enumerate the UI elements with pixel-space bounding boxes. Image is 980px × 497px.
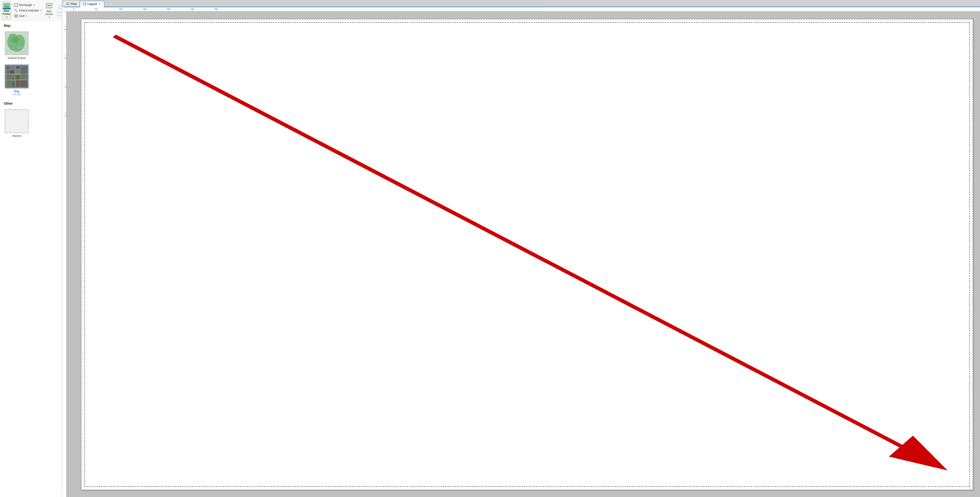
map-option[interactable]: Map 1:8,203 [4, 64, 30, 97]
svg-rect-35 [16, 80, 27, 87]
map-selection-panel: Map Default Extent [0, 21, 62, 497]
svg-text:300: 300 [215, 8, 218, 10]
svg-text:200: 200 [65, 28, 67, 30]
svg-text:50: 50 [65, 114, 67, 116]
svg-rect-8 [14, 14, 18, 18]
svg-point-20 [17, 45, 22, 49]
map-series-icon [45, 3, 53, 9]
map-canvas-area[interactable]: 0 50 100 150 200 250 300 [62, 7, 980, 497]
none-thumb [5, 109, 29, 133]
none-label: <None> [12, 134, 22, 138]
extent-indicator-button[interactable]: Extent Indicator ▾ [13, 8, 43, 13]
svg-rect-28 [16, 69, 19, 74]
ruler-left: 200 150 100 50 [62, 7, 67, 497]
svg-text:0: 0 [73, 7, 74, 10]
tab-map-label: Map [71, 2, 77, 5]
svg-line-99 [114, 36, 940, 466]
map-section-label: Map [4, 24, 58, 27]
other-section: Other <None> [4, 102, 58, 139]
svg-rect-23 [11, 66, 15, 70]
svg-marker-7 [15, 10, 17, 11]
svg-text:250: 250 [191, 8, 194, 10]
left-panel: MapFrame ▾ Rectangle ▾ Extent Indicato [0, 0, 62, 497]
map-series-label: MapSeries ▾ [45, 10, 53, 18]
tab-bar: Map Layout ✕ [62, 0, 980, 7]
other-section-label: Other [4, 102, 58, 105]
svg-text:200: 200 [167, 8, 170, 10]
red-diagonal-arrow [85, 23, 969, 486]
extent-indicator-label: Extent Indicator [19, 9, 39, 12]
tab-layout[interactable]: Layout ✕ [80, 1, 104, 7]
extent-indicator-chevron: ▾ [41, 9, 42, 12]
other-options-grid: <None> [4, 108, 58, 139]
map-options-grid: Default Extent [4, 30, 58, 97]
ruler-top: 0 50 100 150 200 250 300 [67, 7, 980, 11]
map-aerial-thumb [5, 65, 29, 88]
ruler-left-svg: 200 150 100 50 [62, 7, 67, 497]
default-extent-thumb [5, 31, 29, 55]
grid-label: Grid [19, 14, 25, 18]
layout-frame [84, 22, 970, 487]
map-option-sublabel: 1:8,203 [13, 93, 21, 96]
none-option[interactable]: <None> [4, 108, 30, 139]
svg-text:150: 150 [65, 57, 67, 59]
svg-text:50: 50 [95, 8, 97, 10]
insert-tools-group: Rectangle ▾ Extent Indicator ▾ [13, 3, 43, 18]
svg-rect-32 [21, 74, 27, 80]
svg-rect-25 [21, 66, 27, 70]
rectangle-label: Rectangle [19, 3, 32, 7]
default-extent-option[interactable]: Default Extent [4, 30, 30, 61]
grid-chevron: ▾ [26, 15, 27, 17]
svg-point-3 [5, 4, 6, 5]
rectangle-button[interactable]: Rectangle ▾ [13, 3, 43, 7]
toolbar-row-1: MapFrame ▾ Rectangle ▾ Extent Indicato [2, 2, 60, 19]
svg-rect-24 [16, 66, 20, 68]
svg-rect-22 [6, 66, 10, 69]
map-frame-icon [3, 3, 11, 9]
svg-rect-33 [6, 81, 11, 87]
svg-rect-26 [6, 70, 9, 74]
default-extent-label: Default Extent [8, 56, 25, 60]
map-frame-label: MapFrame ▾ [3, 9, 11, 19]
map-option-label: Map [14, 89, 19, 93]
layout-tab-icon [83, 2, 86, 6]
grid-button[interactable]: Grid ▾ [13, 14, 43, 18]
ruler-top-svg: 0 50 100 150 200 250 300 [67, 7, 980, 11]
svg-rect-5 [14, 3, 18, 6]
svg-rect-31 [15, 75, 20, 80]
svg-rect-27 [10, 70, 15, 73]
svg-text:100: 100 [119, 8, 123, 10]
svg-text:150: 150 [143, 8, 146, 10]
svg-rect-29 [20, 71, 27, 74]
map-series-button[interactable]: MapSeries ▾ [45, 2, 53, 19]
layout-page [81, 19, 973, 490]
tab-layout-close[interactable]: ✕ [98, 2, 101, 5]
right-panel: Map Layout ✕ 0 [62, 0, 980, 497]
toolbar: MapFrame ▾ Rectangle ▾ Extent Indicato [0, 0, 62, 21]
map-frame-button[interactable]: MapFrame ▾ [2, 2, 11, 19]
rectangle-chevron: ▾ [34, 4, 35, 6]
tab-layout-label: Layout [88, 2, 97, 6]
svg-text:100: 100 [65, 86, 67, 88]
ruler-corner [62, 7, 67, 11]
